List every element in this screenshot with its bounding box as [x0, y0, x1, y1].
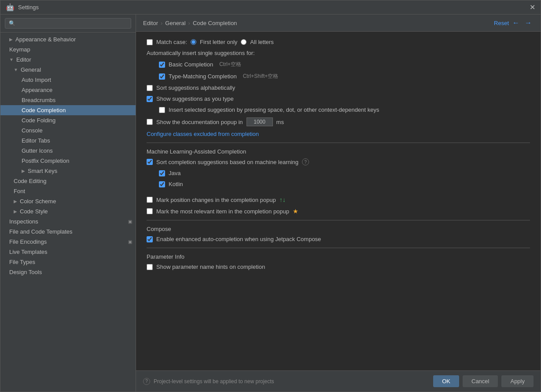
sidebar-item-postfix-completion[interactable]: Postfix Completion [0, 156, 136, 166]
mark-relevant-row: Mark the most relevant item in the compl… [147, 208, 530, 215]
sidebar-item-gutter-icons[interactable]: Gutter Icons [0, 146, 136, 156]
mark-relevant-label: Mark the most relevant item in the compl… [156, 208, 289, 215]
sidebar-item-editor[interactable]: ▼ Editor [0, 55, 136, 65]
first-letter-label: First letter only [200, 39, 237, 45]
sidebar-item-appearance[interactable]: Appearance [0, 85, 136, 95]
match-case-checkbox[interactable] [147, 39, 153, 45]
sidebar-item-smart-keys[interactable]: ▶ Smart Keys [0, 166, 136, 176]
sidebar-item-file-encodings[interactable]: File Encodings ▣ [0, 237, 136, 247]
basic-completion-label: Basic Completion [169, 61, 213, 68]
sidebar-item-file-code-templates[interactable]: File and Code Templates [0, 227, 136, 237]
type-matching-label: Type-Matching Completion [169, 73, 237, 80]
type-matching-row: Type-Matching Completion Ctrl+Shift+空格 [147, 73, 530, 80]
bottom-buttons: OK Cancel Apply [433, 375, 534, 387]
breadcrumb-editor[interactable]: Editor [143, 20, 158, 26]
mark-position-label: Mark position changes in the completion … [156, 197, 276, 203]
window-title: Settings [18, 4, 39, 11]
first-letter-radio[interactable] [191, 39, 196, 45]
insert-selected-checkbox[interactable] [159, 107, 165, 113]
all-letters-radio[interactable] [241, 39, 247, 45]
spacer1 [147, 192, 530, 196]
java-label: Java [169, 170, 180, 176]
match-case-label: Match case: [156, 39, 187, 45]
match-case-row: Match case: First letter only All letter… [147, 39, 530, 45]
breadcrumb-bar: Editor › General › Code Completion Reset… [136, 15, 541, 32]
sidebar-tree: ▶ Appearance & Behavior Keymap ▼ Editor … [0, 33, 136, 392]
help-icon[interactable]: ? [302, 158, 309, 165]
mark-position-row: Mark position changes in the completion … [147, 196, 530, 203]
sidebar-label: Editor Tabs [22, 137, 50, 144]
sidebar-item-console[interactable]: Console [0, 125, 136, 136]
sort-ml-checkbox[interactable] [147, 159, 153, 165]
sidebar-label: General [21, 66, 41, 73]
compose-section-header: Compose [147, 226, 530, 232]
sidebar-item-appearance-behavior[interactable]: ▶ Appearance & Behavior [0, 34, 136, 44]
sidebar-label: Editor [16, 56, 31, 63]
sidebar-item-general[interactable]: ▼ General [0, 65, 136, 75]
sidebar-item-code-editing[interactable]: Code Editing [0, 176, 136, 186]
sidebar-item-breadcrumbs[interactable]: Breadcrumbs [0, 95, 136, 105]
sidebar-item-auto-import[interactable]: Auto Import [0, 75, 136, 85]
forward-button[interactable]: → [523, 18, 534, 28]
sidebar-item-code-style[interactable]: ▶ Code Style [0, 206, 136, 216]
show-param-checkbox[interactable] [147, 264, 153, 270]
ms-label: ms [276, 119, 284, 125]
ok-button[interactable]: OK [433, 375, 459, 387]
docs-timeout-input[interactable] [247, 117, 273, 126]
app-icon: 🤖 [6, 3, 15, 11]
kotlin-row: Kotlin [147, 181, 530, 187]
java-checkbox[interactable] [159, 170, 165, 176]
apply-button[interactable]: Apply [501, 375, 534, 387]
sidebar-label: Console [22, 127, 43, 134]
search-input[interactable] [5, 18, 131, 29]
reset-button[interactable]: Reset [494, 20, 509, 26]
kotlin-checkbox[interactable] [159, 181, 165, 187]
bottom-info: ? Project-level settings will be applied… [143, 378, 274, 385]
sidebar-label: Smart Keys [28, 168, 57, 174]
show-param-label: Show parameter name hints on completion [156, 264, 265, 270]
right-panel: Editor › General › Code Completion Reset… [136, 15, 541, 392]
sidebar-label: Appearance [22, 87, 52, 93]
sidebar-item-keymap[interactable]: Keymap [0, 44, 136, 55]
sidebar-item-editor-tabs[interactable]: Editor Tabs [0, 136, 136, 146]
insert-selected-row: Insert selected suggestion by pressing s… [147, 106, 530, 113]
bottom-info-text: Project-level settings will be applied t… [154, 378, 274, 385]
show-suggestions-checkbox[interactable] [147, 96, 153, 102]
sidebar-item-code-folding[interactable]: Code Folding [0, 115, 136, 125]
close-button[interactable]: ✕ [530, 3, 535, 11]
expand-arrow: ▶ [9, 37, 13, 42]
sidebar-label: Breadcrumbs [22, 97, 55, 103]
sidebar-item-color-scheme[interactable]: ▶ Color Scheme [0, 196, 136, 206]
expand-arrow: ▼ [9, 57, 14, 62]
sidebar-item-design-tools[interactable]: Design Tools [0, 267, 136, 277]
mark-relevant-checkbox[interactable] [147, 208, 153, 214]
sidebar-label: Gutter Icons [22, 147, 53, 154]
sidebar-label: File Encodings [9, 238, 47, 245]
bottom-help-icon[interactable]: ? [143, 378, 150, 385]
configure-link-container: Configure classes excluded from completi… [147, 131, 530, 137]
sidebar-label: Auto Import [22, 77, 51, 83]
sidebar-label: Postfix Completion [22, 158, 69, 164]
breadcrumb-general[interactable]: General [165, 20, 185, 26]
configure-classes-link[interactable]: Configure classes excluded from completi… [147, 131, 259, 137]
enable-compose-checkbox[interactable] [147, 236, 153, 242]
type-matching-checkbox[interactable] [159, 73, 165, 80]
ml-section-header: Machine Learning-Assisted Completion [147, 148, 530, 155]
mark-position-checkbox[interactable] [147, 197, 153, 203]
sidebar-item-code-completion[interactable]: Code Completion [0, 105, 136, 115]
inspections-indicator: ▣ [128, 219, 132, 224]
breadcrumb-current: Code Completion [193, 20, 237, 26]
java-row: Java [147, 170, 530, 176]
breadcrumb-sep2: › [188, 20, 190, 26]
insert-selected-label: Insert selected suggestion by pressing s… [169, 106, 379, 113]
sidebar-item-inspections[interactable]: Inspections ▣ [0, 216, 136, 227]
sort-alpha-checkbox[interactable] [147, 85, 153, 91]
cancel-button[interactable]: Cancel [463, 375, 498, 387]
basic-completion-checkbox[interactable] [159, 62, 165, 68]
sidebar-item-file-types[interactable]: File Types [0, 257, 136, 267]
sidebar-item-live-templates[interactable]: Live Templates [0, 247, 136, 257]
back-button[interactable]: ← [511, 18, 521, 28]
sidebar-item-font[interactable]: Font [0, 186, 136, 196]
show-docs-checkbox[interactable] [147, 119, 153, 125]
auto-insert-title: Automatically insert single suggestions … [147, 50, 530, 56]
